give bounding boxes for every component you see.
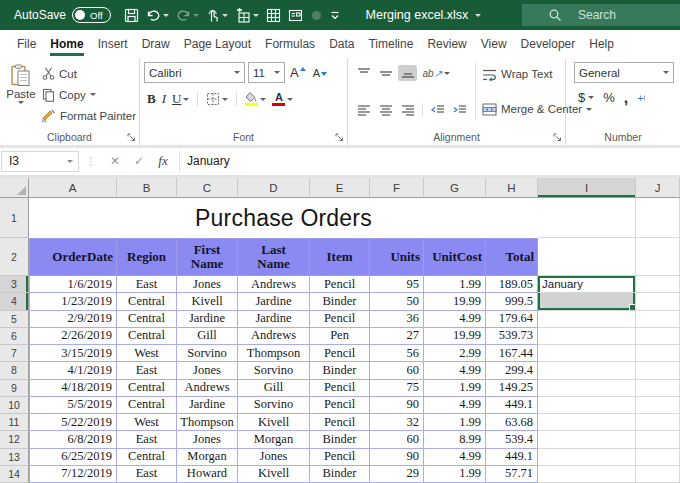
ribbon-tab[interactable]: Help (582, 37, 621, 58)
cell[interactable] (538, 198, 636, 238)
touch-mode-button[interactable] (203, 0, 232, 30)
ribbon-tab[interactable]: Timeline (361, 37, 420, 58)
table-borders-button[interactable] (263, 0, 285, 30)
ribbon-tab[interactable]: Home (43, 37, 90, 58)
column-header[interactable]: J (636, 178, 680, 198)
table-header-cell[interactable]: Total (486, 238, 538, 276)
cell-item[interactable]: Binder (310, 293, 370, 310)
row-header[interactable]: 1 (0, 198, 29, 238)
cell[interactable] (636, 293, 680, 310)
decrease-indent-button[interactable] (428, 102, 447, 118)
cell-region[interactable]: Central (117, 328, 177, 345)
form-control-button[interactable] (285, 0, 307, 30)
cell-unitcost[interactable]: 4.99 (424, 449, 486, 466)
cell-total[interactable]: 167.44 (486, 345, 538, 362)
cell-item[interactable]: Pencil (310, 414, 370, 431)
enter-button[interactable]: ✓ (127, 154, 151, 168)
cell-unitcost[interactable]: 1.99 (424, 414, 486, 431)
cell-first-name[interactable]: Andrews (177, 380, 238, 397)
formula-input[interactable]: January (179, 151, 680, 172)
cell-total[interactable]: 189.05 (486, 276, 538, 293)
search-box[interactable]: Search (522, 4, 680, 26)
cell[interactable] (636, 198, 680, 238)
underline-button[interactable]: U (172, 91, 189, 107)
column-header[interactable]: A (29, 178, 117, 198)
font-family-select[interactable]: Calibri (144, 62, 245, 83)
document-title[interactable]: Merging excel.xlsx (366, 8, 482, 22)
row-header[interactable]: 13 (0, 449, 29, 466)
cell-region[interactable]: Central (117, 397, 177, 414)
cell-region[interactable]: East (117, 466, 177, 483)
table-header-cell[interactable]: Item (310, 238, 370, 276)
cell-first-name[interactable]: Thompson (177, 414, 238, 431)
formula-bar-handle[interactable]: ⋮ (86, 156, 97, 167)
row-header[interactable]: 10 (0, 397, 29, 414)
cell[interactable] (636, 397, 680, 414)
ribbon-tab[interactable]: File (10, 37, 43, 58)
cell-region[interactable]: Central (117, 293, 177, 310)
alignment-dialog-launcher-icon[interactable] (553, 133, 562, 142)
cell-unitcost[interactable]: 4.99 (424, 362, 486, 379)
cell-unitcost[interactable]: 1.99 (424, 466, 486, 483)
cell-last-name[interactable]: Jardine (238, 293, 310, 310)
cell-orderdate[interactable]: 4/18/2019 (29, 380, 117, 397)
cell-column-i[interactable] (538, 466, 636, 483)
copy-dropdown-icon[interactable] (90, 93, 96, 96)
ribbon-tab[interactable]: Developer (514, 37, 583, 58)
table-header-cell[interactable]: Region (117, 238, 177, 276)
copy-button[interactable]: Copy (42, 86, 136, 103)
cell-unitcost[interactable]: 1.99 (424, 380, 486, 397)
cell-item[interactable]: Pencil (310, 380, 370, 397)
cell-orderdate[interactable]: 6/8/2019 (29, 431, 117, 448)
cell-column-i[interactable] (538, 328, 636, 345)
cell-last-name[interactable]: Andrews (238, 276, 310, 293)
font-size-select[interactable]: 11 (248, 62, 285, 83)
cell-column-i[interactable] (538, 311, 636, 328)
cell-orderdate[interactable]: 1/23/2019 (29, 293, 117, 310)
cell-last-name[interactable]: Kivell (238, 466, 310, 483)
ribbon-tab[interactable]: Formulas (258, 37, 322, 58)
cell-first-name[interactable]: Morgan (177, 449, 238, 466)
cell-orderdate[interactable]: 1/6/2019 (29, 276, 117, 293)
cell[interactable] (636, 449, 680, 466)
row-header[interactable]: 8 (0, 362, 29, 379)
cell-column-i[interactable]: January (538, 276, 636, 293)
cell-column-i[interactable] (538, 345, 636, 362)
name-box[interactable]: I3 (1, 151, 79, 172)
cell-region[interactable]: East (117, 431, 177, 448)
cell-orderdate[interactable]: 3/15/2019 (29, 345, 117, 362)
column-header[interactable]: C (177, 178, 238, 198)
cell-units[interactable]: 56 (370, 345, 424, 362)
cell-units[interactable]: 75 (370, 380, 424, 397)
cell-total[interactable]: 57.71 (486, 466, 538, 483)
cell-unitcost[interactable]: 19.99 (424, 328, 486, 345)
align-center-button[interactable] (376, 102, 395, 118)
cell-first-name[interactable]: Jardine (177, 397, 238, 414)
cell[interactable] (636, 328, 680, 345)
cell-item[interactable]: Pen (310, 328, 370, 345)
cell-total[interactable]: 63.68 (486, 414, 538, 431)
cell[interactable] (538, 238, 636, 276)
column-header[interactable]: D (238, 178, 310, 198)
customize-qat-button[interactable] (327, 0, 344, 30)
cell-item[interactable]: Pencil (310, 345, 370, 362)
column-header[interactable]: F (370, 178, 424, 198)
cell-total[interactable]: 539.4 (486, 431, 538, 448)
align-top-button[interactable] (354, 65, 373, 81)
cell-item[interactable]: Pencil (310, 311, 370, 328)
cell-column-i[interactable] (538, 380, 636, 397)
redo-dropdown-icon[interactable] (193, 14, 199, 17)
ribbon-tab[interactable]: Data (322, 37, 361, 58)
table-header-cell[interactable]: Units (370, 238, 424, 276)
redo-button[interactable] (173, 0, 203, 30)
cell-units[interactable]: 27 (370, 328, 424, 345)
cell-total[interactable]: 179.64 (486, 311, 538, 328)
cell-column-i[interactable] (538, 431, 636, 448)
undo-dropdown-icon[interactable] (163, 14, 169, 17)
cell-first-name[interactable]: Jones (177, 362, 238, 379)
cell-last-name[interactable]: Gill (238, 380, 310, 397)
cell[interactable] (636, 238, 680, 276)
row-header[interactable]: 3 (0, 276, 29, 293)
row-header[interactable]: 5 (0, 311, 29, 328)
cell-region[interactable]: East (117, 362, 177, 379)
